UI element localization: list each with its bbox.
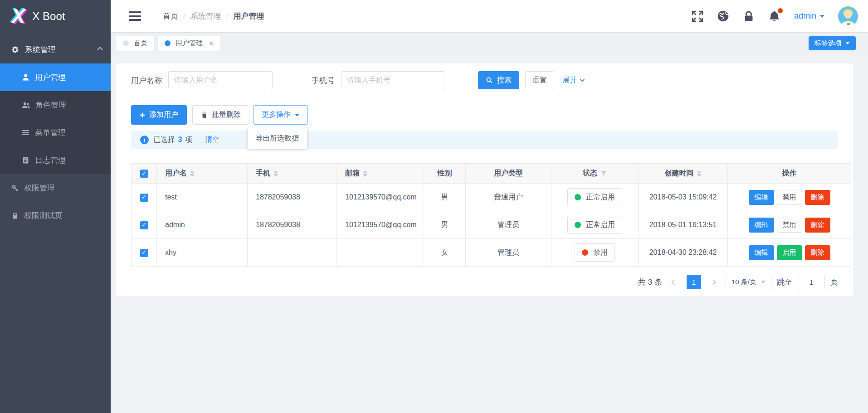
breadcrumb-system[interactable]: 系统管理 [190,11,221,21]
globe-icon[interactable] [717,10,729,22]
close-icon[interactable]: × [209,39,214,48]
tag-首页[interactable]: 首页 [116,36,154,51]
sidebar-menu: 系统管理用户管理角色管理菜单管理日志管理权限管理权限测试页 [0,32,111,229]
trash-icon [201,112,208,118]
expand-link[interactable]: 展开 [562,76,585,85]
column-header-状态: 状态 [551,164,639,184]
cell-actions: 编辑禁用删除 [728,184,851,211]
sort-icon[interactable] [190,170,195,177]
tag-label: 用户管理 [176,39,203,48]
row-checkbox[interactable]: ✓ [140,194,148,202]
row-checkbox-cell: ✓ [132,239,157,267]
hamburger-menu-icon[interactable] [129,11,141,21]
cell-status: 正常启用 [551,184,639,211]
logo-text: X Boot [32,10,65,23]
sort-icon[interactable] [363,170,367,177]
status-badge: 正常启用 [567,216,622,234]
bell-icon[interactable] [768,10,780,22]
selection-count: 3 [178,136,182,143]
page-unit-label: 页 [830,277,838,287]
cell-email: 1012139570@qq.com [337,211,424,239]
sidebar-item-菜单管理[interactable]: 菜单管理 [0,119,111,146]
tags-host: 首页用户管理× [116,36,220,51]
cell-phone: 18782059038 [248,211,337,239]
more-actions-button[interactable]: 更多操作 [253,105,308,125]
sidebar-group-toggle[interactable]: 系统管理 [0,36,111,63]
sidebar-item-权限测试页[interactable]: 权限测试页 [0,202,111,229]
tag-options-button[interactable]: 标签选项 [809,36,856,50]
top-header: 首页 / 系统管理 / 用户管理 [111,0,868,32]
row-checkbox-cell: ✓ [132,211,157,239]
sidebar-submenu: 用户管理角色管理菜单管理日志管理 [0,63,111,174]
cell-email: 1012139570@qq.com [337,184,424,211]
table-toolbar: + 添加用户 批量删除 更多操作 导出所选数据 [131,105,838,125]
phone-search-input[interactable] [341,71,445,89]
cell-actions: 编辑启用删除 [728,239,851,267]
tag-dot [165,40,171,46]
header-actions: admin [692,6,858,26]
cell-status: 正常启用 [551,211,639,239]
tag-用户管理[interactable]: 用户管理× [158,36,220,51]
next-page-button[interactable] [707,275,720,289]
reset-button[interactable]: 重置 [525,71,554,89]
edit-button[interactable]: 编辑 [749,218,774,233]
fullscreen-icon[interactable] [692,10,703,22]
search-button[interactable]: 搜索 [478,71,519,89]
sidebar-item-日志管理[interactable]: 日志管理 [0,146,111,174]
delete-button[interactable]: 删除 [805,218,830,233]
sidebar-item-角色管理[interactable]: 角色管理 [0,91,111,119]
breadcrumb-home[interactable]: 首页 [163,11,178,21]
edit-button[interactable]: 编辑 [749,245,774,260]
column-label: 操作 [782,169,797,177]
sort-icon[interactable] [697,170,702,177]
column-label: 状态 [583,169,597,177]
sort-icon[interactable] [273,170,278,177]
enable-button[interactable]: 启用 [777,245,802,260]
select-all-checkbox[interactable]: ✓ [140,170,148,178]
row-checkbox[interactable]: ✓ [140,249,148,257]
column-header-用户类型: 用户类型 [466,164,551,184]
jump-page-input[interactable] [798,275,825,289]
tags-bar: 首页用户管理× 标签选项 [111,32,868,54]
user-menu[interactable]: admin [794,11,824,21]
funnel-icon[interactable] [600,170,607,177]
gear-icon [11,46,19,53]
batch-delete-button[interactable]: 批量删除 [192,105,249,125]
chevron-down-icon [579,77,585,83]
column-label: 用户名 [165,169,187,177]
add-user-button[interactable]: + 添加用户 [131,105,187,125]
status-dot [575,222,581,228]
dropdown-item-export[interactable]: 导出所选数据 [248,130,307,146]
prev-page-button[interactable] [668,275,681,289]
tag-dot [123,40,129,46]
chevron-down-icon [820,15,824,18]
edit-button[interactable]: 编辑 [749,190,774,205]
info-icon: i [140,136,149,144]
app-logo[interactable]: X X Boot [0,0,111,32]
username-field-label: 用户名称 [131,75,162,86]
delete-button[interactable]: 删除 [805,245,830,260]
table-row: ✓test187820590381012139570@qq.com男普通用户正常… [132,184,851,211]
username-search-input[interactable] [168,71,273,89]
avatar[interactable] [838,6,858,26]
cell-gender: 男 [424,184,466,211]
cell-user-type: 管理员 [466,211,551,239]
row-checkbox[interactable]: ✓ [140,221,148,229]
chevron-down-icon [761,281,766,283]
disable-button[interactable]: 禁用 [777,218,802,233]
disable-button[interactable]: 禁用 [777,190,802,205]
table-row: ✓xhy女管理员禁用2018-04-30 23:28:42编辑启用删除 [132,239,851,267]
cell-gender: 男 [424,211,466,239]
sidebar-item-权限管理[interactable]: 权限管理 [0,174,111,202]
cell-email [337,239,424,267]
delete-button[interactable]: 删除 [805,190,830,205]
user-management-card: 用户名称 手机号 搜索 重置 展开 [116,63,853,296]
sidebar-item-label: 菜单管理 [35,127,66,138]
sidebar-item-用户管理[interactable]: 用户管理 [0,63,111,91]
table-header-row: ✓用户名手机邮箱性别用户类型状态创建时间操作 [132,164,851,184]
clear-selection-link[interactable]: 清空 [205,135,219,145]
users-icon [22,101,30,109]
page-number-button[interactable]: 1 [687,275,701,289]
page-size-select[interactable]: 10 条/页 [726,275,771,289]
lock-icon[interactable] [743,10,755,22]
